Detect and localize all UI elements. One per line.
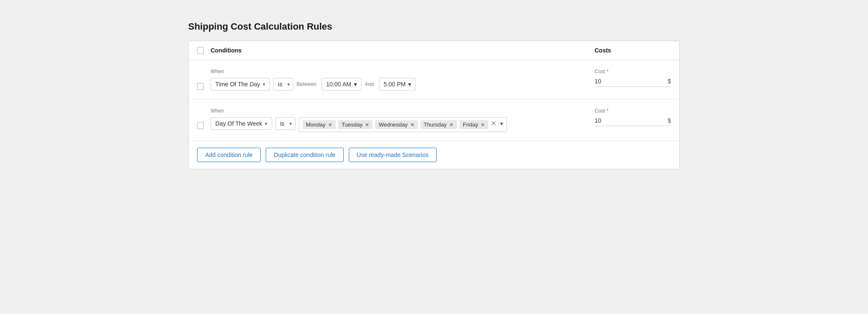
rule-row-1: When Time Of The Day ▾ is bbox=[189, 60, 679, 99]
tag-monday-remove-icon[interactable]: ✕ bbox=[328, 122, 332, 127]
rule1-time-from-chevron-icon: ▾ bbox=[354, 81, 357, 88]
rule1-time-from-dropdown[interactable]: 10:00 AM ▾ bbox=[322, 78, 362, 91]
rule-row-2: When Day Of The Week ▾ is bbox=[189, 99, 679, 141]
tag-friday-label: Friday bbox=[463, 121, 478, 128]
tag-tuesday-label: Tuesday bbox=[342, 121, 362, 128]
tag-friday: Friday ✕ bbox=[459, 120, 488, 129]
tag-friday-remove-icon[interactable]: ✕ bbox=[481, 122, 485, 127]
rule2-tags-container[interactable]: Monday ✕ Tuesday ✕ Wednesday ✕ Thursda bbox=[299, 117, 507, 132]
duplicate-condition-button[interactable]: Duplicate condition rule bbox=[266, 148, 344, 162]
rule2-cost-currency: $ bbox=[668, 117, 671, 124]
rule2-cost-input[interactable] bbox=[595, 117, 666, 124]
rule2-cost-section: Cost * $ bbox=[595, 108, 671, 126]
card-header: Conditions Costs bbox=[189, 41, 679, 60]
rule1-cost-section: Cost * $ bbox=[595, 69, 671, 87]
conditions-column-header: Conditions bbox=[211, 47, 595, 54]
rule2-controls: Day Of The Week ▾ is Monday ✕ bbox=[211, 117, 595, 132]
rule1-condition-type-dropdown[interactable]: Time Of The Day ▾ bbox=[211, 78, 270, 91]
tag-thursday: Thursday ✕ bbox=[420, 120, 457, 129]
rule2-cost-input-wrapper: $ bbox=[595, 117, 671, 126]
rule2-condition-type-value: Day Of The Week bbox=[215, 120, 262, 127]
costs-column-header: Costs bbox=[595, 47, 671, 54]
rule1-time-to-dropdown[interactable]: 5:00 PM ▾ bbox=[379, 78, 416, 91]
rule1-controls: Time Of The Day ▾ is Between 10:00 A bbox=[211, 78, 595, 91]
tag-tuesday: Tuesday ✕ bbox=[338, 120, 373, 129]
rule2-condition-type-dropdown[interactable]: Day Of The Week ▾ bbox=[211, 117, 272, 130]
add-condition-button[interactable]: Add condition rule bbox=[197, 148, 261, 162]
rule2-content: When Day Of The Week ▾ is bbox=[211, 108, 595, 132]
tag-wednesday-label: Wednesday bbox=[378, 121, 407, 128]
rule1-when-label: When bbox=[211, 69, 595, 74]
tags-clear-icon[interactable]: ✕ bbox=[491, 120, 496, 127]
tags-chevron-icon[interactable]: ▾ bbox=[500, 120, 503, 127]
rule1-between-label: Between bbox=[297, 81, 317, 87]
rule1-label-col: When Time Of The Day ▾ is bbox=[211, 69, 595, 91]
page-title: Shipping Cost Calculation Rules bbox=[188, 21, 680, 32]
rule1-checkbox[interactable] bbox=[197, 83, 204, 90]
tag-wednesday: Wednesday ✕ bbox=[375, 120, 417, 129]
rule1-condition-type-value: Time Of The Day bbox=[215, 81, 260, 88]
tag-thursday-remove-icon[interactable]: ✕ bbox=[449, 122, 453, 127]
rules-card: Conditions Costs When Time Of The Day ▾ bbox=[188, 41, 680, 169]
rule1-condition-chevron-icon: ▾ bbox=[263, 82, 265, 87]
rule2-checkbox[interactable] bbox=[197, 122, 204, 129]
use-scenarios-button[interactable]: Use ready-made Scenarios bbox=[349, 148, 437, 162]
rule1-content: When Time Of The Day ▾ is bbox=[211, 69, 595, 91]
rule1-operator-select[interactable]: is bbox=[273, 78, 293, 91]
tag-wednesday-remove-icon[interactable]: ✕ bbox=[410, 122, 415, 127]
rule1-cost-input[interactable] bbox=[595, 78, 666, 85]
page-wrapper: Shipping Cost Calculation Rules Conditio… bbox=[188, 21, 680, 169]
rule1-time-from-value: 10:00 AM bbox=[326, 81, 351, 88]
card-footer: Add condition rule Duplicate condition r… bbox=[189, 141, 679, 169]
rule2-cost-label: Cost * bbox=[595, 108, 671, 114]
header-checkbox[interactable] bbox=[197, 47, 204, 54]
rule1-time-to-value: 5:00 PM bbox=[384, 81, 406, 88]
tag-monday: Monday ✕ bbox=[303, 120, 336, 129]
tag-tuesday-remove-icon[interactable]: ✕ bbox=[365, 122, 369, 127]
rule2-when-label: When bbox=[211, 108, 595, 114]
tags-divider bbox=[498, 120, 498, 127]
rule1-time-to-chevron-icon: ▾ bbox=[408, 81, 411, 88]
rule2-operator-select[interactable]: is bbox=[275, 117, 295, 130]
tag-monday-label: Monday bbox=[306, 121, 326, 128]
rule1-operator-wrapper: is bbox=[273, 78, 293, 91]
rule1-and-label: And bbox=[365, 81, 374, 87]
rule2-condition-chevron-icon: ▾ bbox=[265, 121, 267, 127]
rule1-cost-label: Cost * bbox=[595, 69, 671, 74]
rule1-cost-currency: $ bbox=[668, 78, 671, 85]
rule1-cost-input-wrapper: $ bbox=[595, 78, 671, 87]
tag-thursday-label: Thursday bbox=[424, 121, 447, 128]
rule2-operator-wrapper: is bbox=[275, 117, 295, 130]
